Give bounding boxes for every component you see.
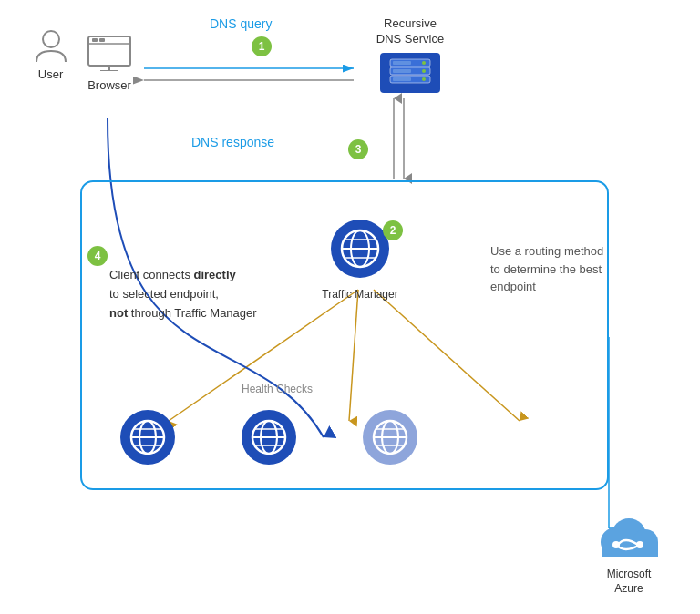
step-badge-4: 4 [88, 246, 108, 266]
svg-rect-30 [393, 61, 411, 65]
user-icon: User [26, 27, 76, 81]
browser-icon: Browser [82, 35, 137, 92]
dns-query-label: DNS query [210, 16, 272, 31]
azure-label: Microsoft Azure [583, 568, 674, 596]
traffic-manager-label: Traffic Manager [319, 288, 401, 301]
svg-point-27 [422, 61, 426, 65]
routing-line1: Use a routing method [490, 244, 603, 258]
azure-box: Microsoft Azure [583, 510, 674, 596]
svg-point-62 [636, 541, 643, 548]
client-connects-text: Client connects directly to selected end… [109, 266, 310, 322]
client-line2: to selected endpoint, [109, 287, 219, 301]
client-line1: Client connects directly [109, 268, 236, 281]
svg-point-28 [422, 69, 426, 73]
dns-server-box [380, 53, 440, 93]
svg-rect-31 [393, 69, 411, 73]
svg-rect-20 [92, 38, 98, 42]
recursive-dns-label: Recursive DNS Service [360, 16, 460, 47]
step-badge-2: 2 [383, 220, 403, 240]
endpoint-1 [118, 408, 178, 471]
svg-point-29 [422, 77, 426, 81]
step-badge-1: 1 [252, 36, 272, 56]
svg-rect-21 [99, 38, 105, 42]
routing-text: Use a routing method to determine the be… [490, 242, 659, 296]
health-checks-label: Health Checks [242, 383, 313, 395]
recursive-dns: Recursive DNS Service [360, 16, 460, 93]
svg-point-17 [43, 31, 59, 47]
routing-line2: to determine the best [490, 262, 602, 276]
routing-line3: endpoint [490, 280, 536, 293]
browser-label: Browser [82, 78, 137, 92]
step-badge-3: 3 [348, 139, 368, 159]
endpoint-2 [240, 408, 299, 471]
diagram-container: User Browser DNS query 1 Recursive DNS S… [0, 0, 700, 614]
user-label: User [26, 67, 76, 81]
dns-response-label: DNS response [191, 135, 274, 149]
endpoint-3 [361, 408, 420, 471]
svg-point-61 [612, 541, 620, 548]
endpoint-row [118, 408, 420, 471]
svg-rect-32 [393, 77, 411, 81]
client-line3: not through Traffic Manager [109, 306, 257, 320]
